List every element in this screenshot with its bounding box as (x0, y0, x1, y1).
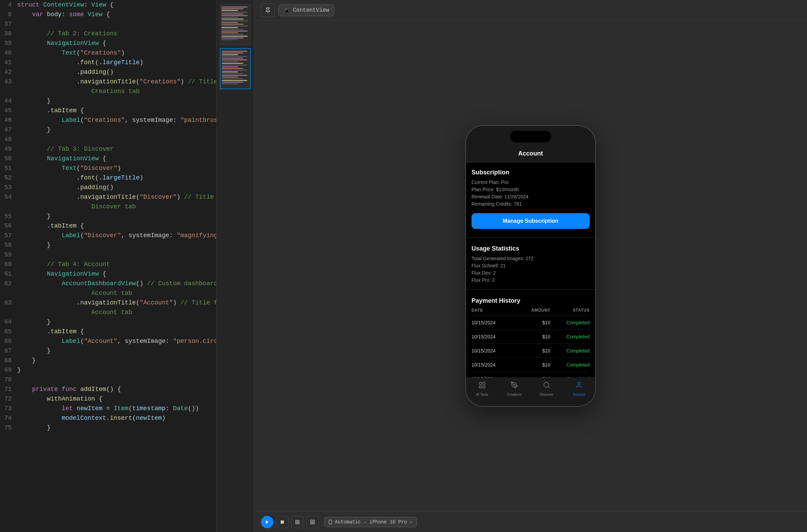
plan-price-label: Plan Price: $10/month (471, 187, 590, 192)
play-button[interactable] (261, 516, 273, 528)
code-line-55: 55 } (0, 211, 216, 221)
svg-rect-18 (310, 522, 312, 524)
nav-title: Account (518, 150, 543, 157)
svg-rect-15 (310, 520, 312, 522)
simulator-area: 📱 ContentView Account Subscription Cur (254, 0, 807, 532)
code-line-60: 60 // Tab 4: Account (0, 259, 216, 269)
discover-icon (543, 381, 550, 391)
dynamic-island (510, 131, 551, 142)
thumbnail-1[interactable] (220, 4, 251, 45)
device-selector[interactable]: Automatic – iPhone 16 Pro (324, 517, 417, 527)
code-line-63b: Account tab (0, 308, 216, 317)
code-line-66: 66 Label("Account", systemImage: "person… (0, 336, 216, 346)
code-line-70: 70 (0, 375, 216, 384)
svg-rect-1 (479, 382, 481, 384)
flux-pro-label: Flux Pro: 2 (471, 277, 590, 283)
payment-status-2: Completed (554, 334, 590, 339)
pin-button[interactable] (261, 3, 275, 17)
svg-rect-4 (483, 386, 485, 388)
code-line-51: 51 Text("Discover") (0, 163, 216, 173)
code-line-56: 56 .tabItem { (0, 221, 216, 231)
svg-rect-2 (483, 382, 485, 384)
payment-date-1: 10/15/2024 (471, 320, 514, 325)
iphone-frame: Account Subscription Current Plan: Pro P… (465, 125, 596, 407)
ai-tools-icon (478, 381, 486, 391)
code-line-74: 74 modelContext.insert(newItem) (0, 413, 216, 423)
svg-rect-16 (313, 520, 315, 522)
code-line-73: 73 let newItem = Item(timestamp: Date()) (0, 404, 216, 413)
tab-ai-tools[interactable]: AI Tools (466, 381, 498, 396)
code-line-71: 71 private func addItem() { (0, 384, 216, 394)
divider-1 (466, 237, 595, 238)
payment-section: Payment History DATE AMOUNT STATUS 10/15… (466, 291, 595, 379)
code-line-42: 42 .padding() (0, 67, 216, 77)
col-status-header: STATUS (554, 308, 590, 313)
total-images-label: Total Generated Images: 272 (471, 256, 590, 261)
code-line-41: 41 .font(.largeTitle) (0, 58, 216, 67)
code-line-68: 68 } (0, 356, 216, 365)
payment-amount-2: $10 (514, 334, 554, 339)
settings-button[interactable] (306, 516, 319, 528)
tab-creations[interactable]: Creations (498, 381, 531, 396)
code-line-63: 63 .navigationTitle("Account") // Title … (0, 298, 216, 308)
code-line-52: 52 .font(.largeTitle) (0, 173, 216, 183)
svg-line-7 (548, 386, 549, 388)
code-line-38: 38 // Tab 2: Creations (0, 29, 216, 38)
content-view-selector[interactable]: 📱 ContentView (278, 4, 334, 16)
svg-rect-13 (296, 522, 297, 524)
tab-account[interactable]: Account (563, 381, 595, 396)
phone-wrapper: Account Subscription Current Plan: Pro P… (465, 21, 596, 511)
account-label: Account (573, 393, 585, 396)
code-line-8: 8 var body: some View { (0, 10, 216, 19)
payment-amount-4: $10 (514, 362, 554, 368)
content-view-label: ContentView (293, 7, 329, 13)
col-date-header: DATE (471, 308, 514, 313)
code-line-43: 43 .navigationTitle("Creations") // Titl… (0, 77, 216, 86)
code-line-45: 45 .tabItem { (0, 106, 216, 115)
code-line-67: 67 } (0, 346, 216, 356)
divider-2 (466, 289, 595, 290)
svg-rect-11 (296, 520, 297, 521)
phone-content[interactable]: Subscription Current Plan: Pro Plan Pric… (466, 163, 595, 379)
payment-date-4: 10/15/2024 (471, 362, 514, 368)
code-line-43b: Creations tab (0, 86, 216, 96)
table-header: DATE AMOUNT STATUS (471, 308, 590, 316)
code-line-39: 39 NavigationView { (0, 38, 216, 48)
code-line-64: 64 } (0, 317, 216, 327)
code-line-44: 44 } (0, 96, 216, 106)
nav-bar: Account (466, 145, 595, 163)
subscription-section: Subscription Current Plan: Pro Plan Pric… (466, 163, 595, 236)
remaining-credits-label: Remaining Credits: 781 (471, 201, 590, 207)
manage-subscription-button[interactable]: Manage Subscription (471, 213, 590, 229)
account-icon (575, 381, 583, 391)
code-line-62b: Account tab (0, 288, 216, 298)
grid-button[interactable] (291, 516, 304, 528)
code-line-49: 49 // Tab 3: Discover (0, 144, 216, 154)
col-amount-header: AMOUNT (514, 308, 554, 313)
ai-tools-label: AI Tools (476, 393, 488, 396)
code-line-54b: Discover tab (0, 202, 216, 211)
payment-amount-3: $10 (514, 348, 554, 354)
usage-title: Usage Statistics (471, 245, 590, 252)
payment-status-1: Completed (554, 320, 590, 325)
svg-rect-14 (298, 522, 299, 524)
simulator-bottom-bar: Automatic – iPhone 16 Pro (254, 511, 807, 532)
payment-status-3: Completed (554, 348, 590, 354)
code-line-57: 57 Label("Discover", systemImage: "magni… (0, 231, 216, 240)
payment-row-4: 10/15/2024 $10 Completed (471, 358, 590, 372)
svg-marker-9 (266, 520, 269, 524)
payment-row-1: 10/15/2024 $10 Completed (471, 316, 590, 330)
creations-label: Creations (507, 393, 522, 396)
stop-button[interactable] (276, 516, 288, 528)
renewal-date-label: Renewal Date: 11/26/2024 (471, 194, 590, 199)
tab-discover[interactable]: Discover (531, 381, 563, 396)
usage-section: Usage Statistics Total Generated Images:… (466, 239, 595, 288)
code-line-47: 47 } (0, 125, 216, 135)
device-label: Automatic – iPhone 16 Pro (335, 519, 407, 525)
code-line-69: 69 } (0, 365, 216, 375)
code-line-59: 59 (0, 250, 216, 259)
code-line-40: 40 Text("Creations") (0, 48, 216, 58)
svg-rect-10 (281, 520, 284, 523)
tab-bar: AI Tools Creations (466, 378, 595, 406)
thumbnail-2[interactable] (220, 48, 251, 89)
